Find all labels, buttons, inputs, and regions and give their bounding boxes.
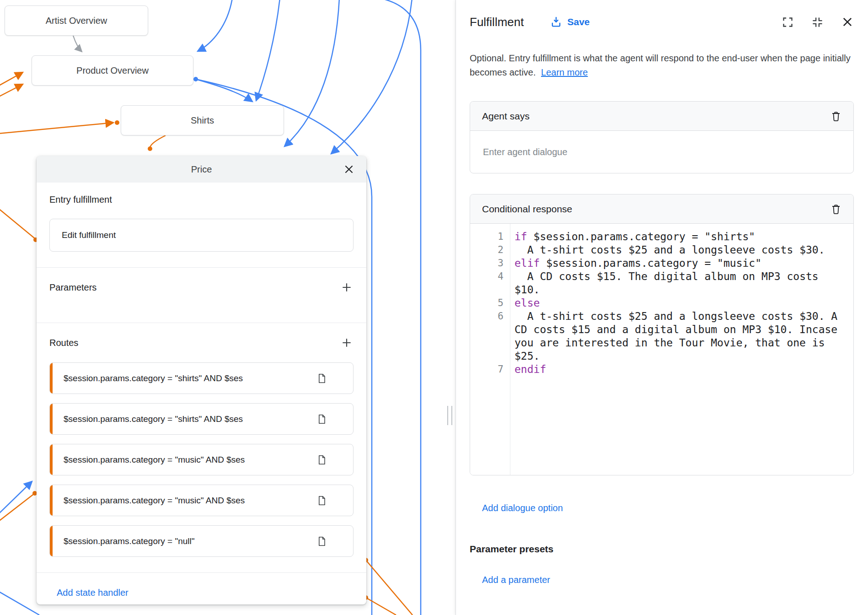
delete-agent-says-icon[interactable] [830,110,841,122]
route-list: $session.params.category = "shirts" AND … [49,362,354,557]
price-card-title: Price [191,164,212,175]
close-panel-icon[interactable] [841,16,854,28]
close-icon[interactable] [342,162,356,177]
node-label: Shirts [191,115,214,126]
entry-fulfillment-label: Entry fulfillment [49,194,354,205]
add-parameter-plus-icon[interactable] [340,281,354,294]
page-icon[interactable] [317,414,327,425]
add-state-handler-link[interactable]: Add state handler [57,588,129,598]
node-label: Product Overview [76,65,149,76]
code-line[interactable]: 5else [470,297,853,310]
code-text: if $session.params.category = "shirts" [510,230,853,243]
dialogflow-page-editor: Artist Overview Product Overview Shirts … [0,0,868,615]
edit-fulfillment-label: Edit fulfillment [62,230,116,240]
page-icon[interactable] [317,495,327,506]
line-number: 5 [470,297,510,310]
code-text: A t-shirt costs $25 and a longsleeve cos… [510,243,853,257]
expand-icon[interactable] [782,16,794,28]
line-number: 7 [470,363,510,376]
route-condition: $session.params.category = "shirts" AND … [64,414,243,424]
node-label: Artist Overview [46,16,107,26]
save-button[interactable]: Save [550,16,589,28]
add-dialogue-option-link[interactable]: Add dialogue option [482,503,563,513]
parameters-label: Parameters [49,282,96,293]
routes-label: Routes [49,338,78,348]
fulfillment-panel: Fulfillment Save Optional. Entr [455,0,868,615]
code-line[interactable]: 3elif $session.params.category = "music" [470,257,853,270]
code-line[interactable]: 2 A t-shirt costs $25 and a longsleeve c… [470,243,853,257]
line-number: 6 [470,310,510,363]
agent-says-card: Agent says [470,101,854,173]
route-item[interactable]: $session.params.category = "shirts" AND … [49,403,354,435]
code-text: A CD costs $15. The digital album on MP3… [510,270,853,297]
route-item[interactable]: $session.params.category = "null" [49,525,354,557]
page-icon[interactable] [317,373,327,384]
code-text: else [510,297,853,310]
learn-more-link[interactable]: Learn more [541,67,588,77]
flow-node-product-overview[interactable]: Product Overview [32,55,193,86]
route-condition: $session.params.category = "music" AND $… [64,496,245,506]
save-label: Save [567,16,589,27]
code-text: endif [510,363,853,376]
route-condition: $session.params.category = "music" AND $… [64,455,245,465]
page-icon[interactable] [317,454,327,465]
description-text: Optional. Entry fulfillment is what the … [470,53,851,77]
fulfillment-panel-header: Fulfillment Save [470,0,854,44]
code-line[interactable]: 6 A t-shirt costs $25 and a longsleeve c… [470,310,853,363]
route-item[interactable]: $session.params.category = "music" AND $… [49,444,354,475]
flow-canvas[interactable]: Artist Overview Product Overview Shirts … [0,0,455,615]
agent-dialogue-input[interactable] [482,146,841,158]
route-item[interactable]: $session.params.category = "music" AND $… [49,485,354,516]
route-item[interactable]: $session.params.category = "shirts" AND … [49,362,354,394]
code-line[interactable]: 4 A CD costs $15. The digital album on M… [470,270,853,297]
page-icon[interactable] [317,536,327,547]
gutter-divider [510,224,510,475]
save-icon [550,16,562,28]
panel-description: Optional. Entry fulfillment is what the … [470,51,854,80]
flow-node-artist-overview[interactable]: Artist Overview [5,5,148,36]
line-number: 1 [470,230,510,243]
conditional-response-title: Conditional response [482,204,572,215]
price-card-header: Price [37,156,366,183]
conditional-response-card: Conditional response 1if $session.params… [470,194,854,475]
line-number: 2 [470,243,510,257]
line-number: 4 [470,270,510,297]
code-line[interactable]: 7endif [470,363,853,376]
code-line[interactable]: 1if $session.params.category = "shirts" [470,230,853,243]
panel-title: Fulfillment [470,15,524,29]
parameter-presets-heading: Parameter presets [470,544,854,555]
price-page-card: Price Entry fulfillment Edit fulfillment… [37,156,366,604]
code-editor[interactable]: 1if $session.params.category = "shirts"2… [470,224,853,475]
agent-says-title: Agent says [482,111,530,122]
collapse-icon[interactable] [811,16,824,28]
pane-resize-handle[interactable] [447,406,452,425]
edit-fulfillment-button[interactable]: Edit fulfillment [49,219,354,252]
delete-conditional-response-icon[interactable] [830,203,841,215]
divider [37,572,366,573]
add-a-parameter-link[interactable]: Add a parameter [482,575,550,585]
flow-node-shirts[interactable]: Shirts [121,105,284,135]
code-text: elif $session.params.category = "music" [510,257,853,270]
line-number: 3 [470,257,510,270]
route-condition: $session.params.category = "shirts" AND … [64,373,243,383]
add-route-plus-icon[interactable] [340,336,354,350]
route-condition: $session.params.category = "null" [64,536,195,546]
code-text: A t-shirt costs $25 and a longsleeve cos… [510,310,853,363]
